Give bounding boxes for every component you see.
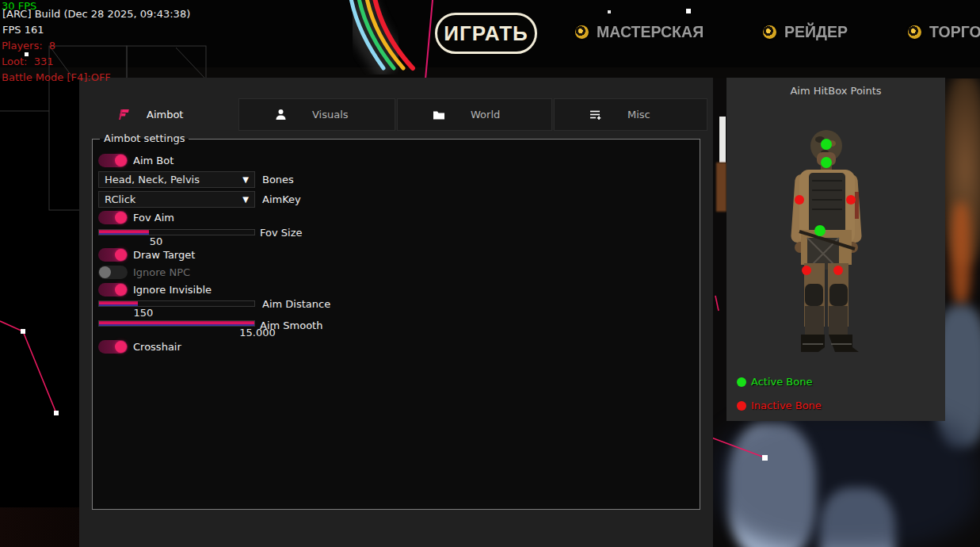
flag-icon — [117, 109, 130, 121]
crosshair-label: Crosshair — [133, 340, 181, 354]
aim-distance-label: Aim Distance — [262, 298, 330, 310]
legend-label: Active Bone — [751, 376, 812, 388]
draw-target-label: Draw Target — [133, 248, 195, 262]
players-line: Players: 8 — [2, 40, 55, 52]
hitbox-panel-title: Aim HitBox Points — [726, 85, 945, 97]
aimbot-settings-group: Aimbot settings Aim Bot Head, Neck, Pelv… — [92, 139, 700, 510]
slider-fill — [99, 230, 149, 235]
chevron-down-icon: ▼ — [242, 175, 249, 184]
coin-icon — [908, 25, 921, 39]
toggle-knob — [115, 341, 127, 353]
hitbox-dot-pelvis — [814, 225, 826, 236]
fov-aim-label: Fov Aim — [133, 211, 174, 224]
aim-bot-label: Aim Bot — [133, 154, 174, 167]
nav-item-label: МАСТЕРСКАЯ — [597, 22, 704, 41]
aim-distance-slider[interactable] — [98, 300, 255, 307]
active-bone-dot-icon — [737, 377, 746, 387]
hitbox-panel: Aim HitBox Points — [726, 78, 945, 421]
ignore-npc-toggle[interactable] — [98, 266, 128, 279]
cheat-menu-panel: Aimbot Visuals World Misc Aimbot setting… — [79, 78, 713, 547]
nav-item-workshop[interactable]: МАСТЕРСКАЯ — [575, 22, 711, 41]
ignore-invisible-toggle[interactable] — [98, 283, 128, 296]
tab-aimbot[interactable]: Aimbot — [92, 98, 263, 131]
tab-visuals[interactable]: Visuals — [238, 98, 395, 131]
fov-size-slider[interactable] — [98, 229, 255, 235]
playlist-add-icon — [589, 109, 602, 121]
aimkey-label: AimKey — [262, 193, 301, 205]
toggle-knob — [115, 155, 127, 166]
fov-aim-toggle[interactable] — [98, 211, 128, 224]
hitbox-dot-rightleg — [833, 266, 843, 275]
toggle-knob — [115, 249, 127, 261]
legend-active-bone: Active Bone — [737, 376, 812, 388]
draw-target-toggle[interactable] — [98, 248, 128, 262]
aim-smooth-slider[interactable] — [98, 320, 255, 327]
tab-misc[interactable]: Misc — [554, 98, 707, 131]
bones-value: Head, Neck, Pelvis — [105, 174, 242, 186]
tab-label: Visuals — [312, 109, 349, 120]
tab-label: World — [471, 109, 500, 120]
tab-label: Aimbot — [147, 109, 183, 120]
tab-label: Misc — [627, 109, 650, 120]
hitbox-dot-leftarm — [795, 195, 804, 205]
hitbox-dots-layer — [779, 128, 890, 358]
coin-icon — [763, 25, 776, 39]
loot-line: Loot: 331 — [2, 55, 53, 67]
fps-line: FPS 161 — [2, 24, 44, 36]
ignore-npc-label: Ignore NPC — [133, 266, 190, 279]
backdrop-strip — [0, 67, 980, 78]
fov-size-value: 50 — [142, 235, 170, 247]
scene-wood — [716, 163, 726, 212]
toggle-knob — [115, 212, 127, 224]
chevron-down-icon: ▼ — [242, 195, 249, 204]
group-title: Aimbot settings — [100, 132, 189, 144]
person-icon — [274, 109, 287, 121]
bones-dropdown[interactable]: Head, Neck, Pelvis ▼ — [98, 171, 255, 188]
build-info: [ARC] Build (Dec 28 2025, 09:43:38) — [2, 8, 190, 20]
inactive-bone-dot-icon — [737, 401, 746, 411]
nav-item-trader[interactable]: ТОРГОВЕЦ — [908, 22, 980, 41]
scene-light-strip — [719, 117, 726, 163]
hitbox-dot-neck — [821, 157, 832, 168]
legend-inactive-bone: Inactive Bone — [737, 400, 822, 411]
battle-mode-line: Battle Mode [F4]:OFF — [2, 71, 111, 83]
play-button[interactable]: ИГРАТЬ — [435, 13, 537, 54]
nav-item-label: ТОРГОВЕЦ — [929, 22, 980, 41]
nav-item-raider[interactable]: РЕЙДЕР — [763, 22, 852, 41]
aim-bot-toggle[interactable] — [98, 154, 128, 167]
aimkey-value: RClick — [105, 193, 242, 205]
hitbox-dot-leftleg — [802, 266, 811, 275]
toggle-knob — [115, 284, 127, 296]
aimkey-dropdown[interactable]: RClick ▼ — [98, 191, 255, 208]
bones-label: Bones — [262, 174, 294, 186]
coin-icon — [575, 25, 589, 39]
tab-world[interactable]: World — [397, 98, 552, 131]
fov-size-label: Fov Size — [260, 227, 302, 239]
toggle-knob — [99, 266, 111, 278]
slider-fill — [99, 301, 138, 306]
aim-smooth-label: Aim Smooth — [260, 319, 322, 331]
folder-icon — [433, 109, 445, 121]
slider-fill — [99, 321, 254, 326]
nav-item-label: РЕЙДЕР — [784, 22, 848, 41]
ignore-invisible-label: Ignore Invisible — [133, 283, 212, 296]
hitbox-dot-rightarm — [846, 195, 856, 205]
player-model — [779, 128, 890, 358]
aim-distance-value: 150 — [129, 307, 158, 319]
legend-label: Inactive Bone — [751, 400, 822, 411]
crosshair-toggle[interactable] — [98, 340, 128, 354]
hitbox-dot-head — [821, 139, 832, 150]
